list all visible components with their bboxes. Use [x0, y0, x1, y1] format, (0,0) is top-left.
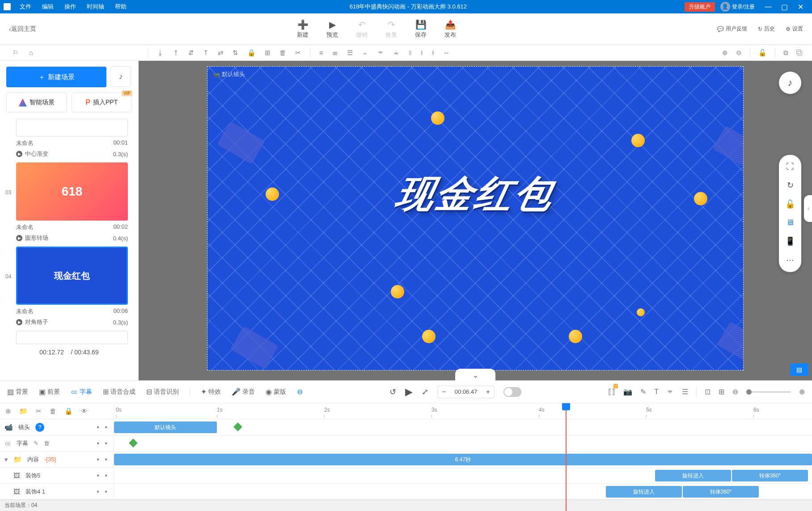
track-dots[interactable]: • • [97, 472, 109, 480]
flip-v-icon[interactable]: ⇅ [233, 49, 238, 57]
align-left-icon[interactable]: ≡ [319, 49, 323, 56]
fullscreen-icon[interactable]: ⛶ [786, 162, 794, 171]
folder-icon[interactable]: 📁 [19, 407, 28, 415]
menu-file[interactable]: 文件 [14, 3, 37, 11]
publish-action[interactable]: 📤发布 [444, 19, 456, 39]
more-icon[interactable]: ⋯ [786, 255, 794, 265]
chevron-down-icon[interactable]: ▾ [4, 456, 8, 464]
rewind-icon[interactable]: ↺ [389, 387, 396, 397]
valign-top-icon[interactable]: ⫠ [362, 49, 368, 56]
play-button[interactable]: ▶ [405, 386, 413, 398]
new-action[interactable]: ➕新建 [297, 19, 309, 39]
canvas-area[interactable]: 📹 默认镜头 现金红包 ⌄ ♪ ⛶ ↻ 🔓 🖥 📱 ⋯ ‹ [139, 61, 812, 380]
lock-canvas-icon[interactable]: 🔓 [758, 49, 767, 57]
help-icon[interactable]: ? [35, 423, 44, 432]
align-top-icon[interactable]: ⤒ [203, 49, 209, 57]
minimize-button[interactable]: — [760, 3, 776, 11]
tab-mask[interactable]: ◉蒙版 [266, 388, 286, 396]
paste-icon[interactable]: ⿻ [796, 49, 803, 56]
keyframe-diamond[interactable] [129, 439, 138, 447]
time-minus[interactable]: − [438, 388, 450, 396]
music-tool[interactable]: ♪ [779, 72, 801, 94]
upload-icon[interactable]: ⭱ [173, 49, 179, 56]
canvas-main-text[interactable]: 现金红包 [391, 169, 559, 220]
add-track-icon[interactable]: ⊕ [5, 407, 11, 415]
marker-icon[interactable]: ⟦⟧ [608, 388, 615, 396]
distribute-v-icon[interactable]: ⫲ [421, 49, 423, 57]
eye-icon[interactable]: 👁 [81, 407, 88, 415]
zoom-out-icon[interactable]: ⊖ [736, 49, 742, 57]
tab-asr[interactable]: ⊟语音识别 [146, 388, 179, 396]
align-center-icon[interactable]: ≣ [332, 49, 338, 57]
track-dots[interactable]: • • [97, 488, 109, 496]
timeline-tracks[interactable]: 0s 1s 2s 3s 4s 5s 6s 默认镜头 6.47秒 旋转进入 转体 [114, 403, 812, 511]
tab-foreground[interactable]: ▣前景 [39, 388, 60, 396]
text-icon[interactable]: T [654, 388, 659, 396]
track-content[interactable]: ▾ 📁 内容-[35] • • [0, 451, 114, 468]
time-plus[interactable]: + [482, 388, 494, 396]
scene-thumbnail[interactable]: 现金红包 [16, 247, 128, 305]
keyframe-diamond[interactable] [233, 422, 242, 431]
anim-clip[interactable]: 旋转进入 [655, 470, 731, 481]
list-icon[interactable]: ☰ [682, 388, 688, 396]
tab-record[interactable]: 🎤录音 [232, 388, 255, 396]
avatar-icon[interactable]: 👤 [720, 2, 730, 12]
preview-action[interactable]: ▶预览 [326, 19, 338, 39]
zoom-out-tl-icon[interactable]: ⊖ [732, 388, 738, 396]
unlock-icon[interactable]: 🔓 [785, 199, 795, 209]
scene-item-empty[interactable] [6, 331, 132, 344]
settings-button[interactable]: ⚙设置 [786, 25, 803, 33]
lock-track-icon[interactable]: 🔒 [64, 407, 73, 415]
smart-scene-button[interactable]: 智能场景 [6, 93, 67, 112]
edit-icon[interactable]: ✎ [640, 388, 646, 396]
valign-bot-icon[interactable]: ⫨ [393, 49, 400, 56]
copy-icon[interactable]: ⧉ [783, 49, 788, 57]
zoom-in-icon[interactable]: ⊕ [722, 49, 728, 57]
login-button[interactable]: 登录/注册 [732, 3, 755, 11]
track-subtitle[interactable]: ㏄ 字幕 ✎ 🗑 • • [0, 435, 114, 451]
rotate-icon[interactable]: ↻ [787, 180, 794, 190]
tab-more[interactable]: ⊖ [297, 388, 303, 396]
camera-icon[interactable]: 📷 [623, 388, 632, 396]
deco41-track-strip[interactable]: 旋转进入 转体360° [114, 484, 812, 500]
valign-mid-icon[interactable]: ⫧ [377, 49, 384, 56]
canvas-frame[interactable]: 📹 默认镜头 现金红包 [207, 66, 744, 370]
trash-icon[interactable]: 🗑 [50, 407, 56, 415]
track-dots[interactable]: • • [97, 423, 109, 431]
align-middle-icon[interactable]: ⇵ [188, 49, 194, 57]
group-icon[interactable]: ⊞ [265, 49, 271, 57]
delete-icon[interactable]: 🗑 [279, 49, 286, 56]
flip-icon[interactable]: ⇄ [218, 49, 224, 57]
track-dots[interactable]: • • [97, 456, 109, 464]
lock-icon[interactable]: 🔒 [247, 49, 256, 57]
scene-thumbnail[interactable]: 618 [16, 162, 128, 221]
track-dots[interactable]: • • [97, 439, 109, 447]
scene-thumbnail[interactable] [16, 119, 128, 136]
dist-edge-icon[interactable]: ⫳ [432, 49, 434, 57]
download-icon[interactable]: ⭳ [157, 49, 164, 56]
keyframe-icon[interactable]: ⊡ [705, 388, 710, 396]
mobile-icon[interactable]: 📱 [785, 236, 795, 246]
tab-tts[interactable]: ⊞语音合成 [103, 388, 135, 396]
playhead[interactable] [566, 403, 567, 511]
menu-help[interactable]: 帮助 [110, 3, 132, 11]
menu-edit[interactable]: 编辑 [37, 3, 59, 11]
zoom-slider[interactable] [746, 391, 791, 393]
time-stepper[interactable]: − 00:06.47 + [437, 386, 495, 398]
camera-clip[interactable]: 默认镜头 [114, 422, 217, 433]
track-deco5[interactable]: 🖼 装饰5 • • [0, 468, 114, 484]
dist-space-icon[interactable]: ↔ [443, 49, 450, 56]
undo-action[interactable]: ↶撤销 [356, 19, 368, 39]
subtitle-track-strip[interactable] [114, 435, 812, 451]
grid-icon[interactable]: ⊞ [719, 388, 724, 396]
history-button[interactable]: ↻历史 [758, 25, 775, 33]
deco5-track-strip[interactable]: 旋转进入 转体360° [114, 468, 812, 484]
menu-operate[interactable]: 操作 [59, 3, 81, 11]
edit-track-icon[interactable]: ✎ [34, 440, 38, 447]
tab-background[interactable]: ▨背景 [7, 388, 28, 396]
redo-action[interactable]: ↷恢复 [385, 19, 397, 39]
distribute-h-icon[interactable]: ⫴ [409, 49, 412, 57]
tab-effects[interactable]: ✦特效 [201, 388, 221, 396]
content-clip[interactable]: 6.47秒 [114, 454, 812, 465]
layer-indicator[interactable]: ▤ [790, 363, 808, 376]
